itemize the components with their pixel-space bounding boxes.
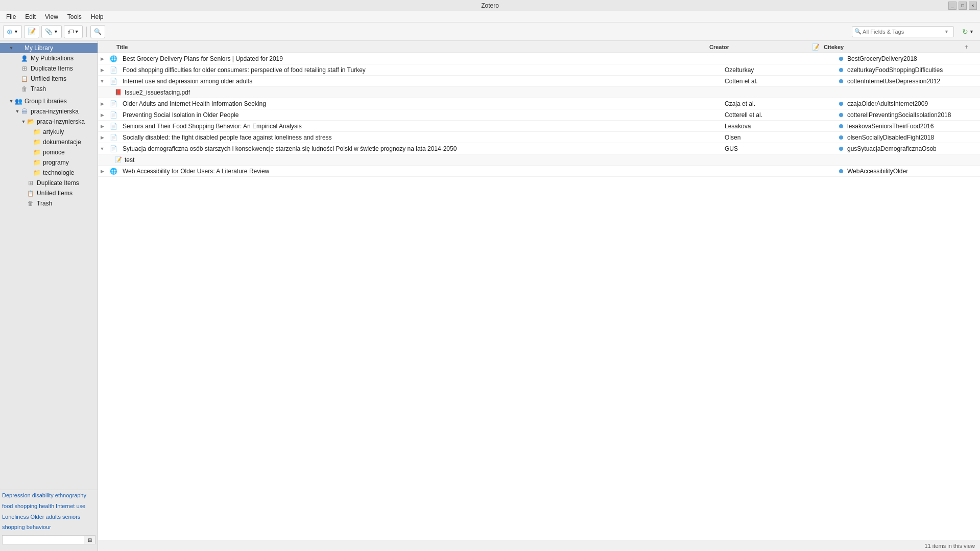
tag-older-adults[interactable]: Older adults: [31, 514, 61, 523]
sync-button[interactable]: ↻ ▼: [959, 26, 977, 38]
row-expand-icon[interactable]: ▶: [98, 67, 106, 73]
dot-icon: [839, 169, 843, 173]
item-title: Web Accessibility for Older Users: A Lit…: [121, 168, 723, 175]
note-icon: 📝: [812, 43, 820, 51]
collapse-arrow-icon: ▼: [8, 45, 14, 51]
table-row[interactable]: ▶ 🌐 Best Grocery Delivery Plans for Seni…: [98, 53, 980, 64]
tag-shopping-behaviour[interactable]: shopping behaviour: [2, 524, 51, 533]
folder-icon: 📁: [33, 128, 41, 136]
table-row[interactable]: ▶ 📄 Food shopping difficulties for older…: [98, 64, 980, 76]
sidebar-item-trash[interactable]: 🗑 Trash: [0, 84, 98, 94]
table-row[interactable]: ▶ 📄 Seniors and Their Food Shopping Beha…: [98, 121, 980, 132]
sidebar-item-group-libraries[interactable]: ▼ 👥 Group Libraries: [0, 96, 98, 106]
sidebar-item-unfiled-items[interactable]: 📋 Unfiled Items: [0, 74, 98, 84]
sidebar-item-dokumentacje[interactable]: 📁 dokumentacje: [0, 137, 98, 147]
row-expand-icon[interactable]: ▶: [98, 56, 106, 61]
tags-search-input[interactable]: [2, 535, 84, 544]
creator-column-header[interactable]: Creator: [707, 44, 809, 50]
sidebar-item-duplicate-items-group[interactable]: ⊞ Duplicate Items: [0, 178, 98, 188]
sidebar-item-pomoce[interactable]: 📁 pomoce: [0, 147, 98, 157]
tag-seniors[interactable]: seniors: [62, 514, 80, 523]
tag-disability[interactable]: disability: [32, 492, 54, 501]
title-column-header[interactable]: Title: [114, 44, 707, 50]
sidebar-item-label: Group Libraries: [25, 98, 67, 105]
item-type-icon: 📄: [106, 100, 121, 107]
chevron-right-icon: ▶: [101, 101, 104, 106]
citekey-dot: [837, 57, 845, 61]
sidebar-item-artykuly[interactable]: 📁 artykuly: [0, 127, 98, 137]
row-expand-icon[interactable]: ▶: [98, 124, 106, 129]
tag-depression[interactable]: Depression: [2, 492, 31, 501]
extra-col-header[interactable]: +: [965, 43, 980, 51]
spacer-icon: [14, 76, 20, 82]
locate-button[interactable]: 🔍: [90, 25, 105, 38]
table-row[interactable]: ▼ 📄 Sytuacja demograficzna osób starszyc…: [98, 143, 980, 154]
folder-open-icon: 📂: [27, 118, 35, 126]
row-expand-icon[interactable]: ▶: [98, 169, 106, 174]
sidebar-item-programy[interactable]: 📁 programy: [0, 157, 98, 168]
library-icon: 🏛: [14, 44, 22, 52]
item-title: Seniors and Their Food Shopping Behavior…: [121, 123, 723, 130]
search-input[interactable]: [863, 29, 944, 35]
table-row[interactable]: ▶ 🌐 Web Accessibility for Older Users: A…: [98, 166, 980, 177]
sidebar-item-praca-inzynierska-sub[interactable]: ▼ 📂 praca-inzynierska: [0, 117, 98, 127]
sidebar-item-duplicate-items[interactable]: ⊞ Duplicate Items: [0, 63, 98, 74]
tags-search-button[interactable]: ⊞: [84, 535, 95, 544]
citekey-dot: [837, 102, 845, 106]
tag-food-shopping[interactable]: food shopping: [2, 503, 37, 512]
minimize-button[interactable]: _: [948, 2, 957, 10]
tag-button[interactable]: 🏷 ▼: [64, 25, 83, 38]
menu-tools[interactable]: Tools: [63, 12, 86, 21]
row-expand-icon[interactable]: ▶: [98, 112, 106, 118]
library-icon: 🏛: [20, 107, 29, 116]
maximize-button[interactable]: □: [959, 2, 967, 10]
row-expand-icon[interactable]: ▼: [98, 146, 106, 151]
sidebar-item-praca-inzynierska-root[interactable]: ▼ 🏛 praca-inzynierska: [0, 106, 98, 117]
sidebar-item-technologie[interactable]: 📁 technologie: [0, 168, 98, 178]
new-note-button[interactable]: 📝: [24, 25, 39, 38]
table-row[interactable]: ▶ 📄 Older Adults and Internet Health Inf…: [98, 98, 980, 109]
spacer-icon: [14, 55, 20, 61]
table-row-child[interactable]: 📕 Issue2_issuesfacing.pdf: [98, 87, 980, 98]
table-body: ▶ 🌐 Best Grocery Delivery Plans for Seni…: [98, 53, 980, 540]
trash-icon: 🗑: [27, 199, 35, 208]
tag-internet-use[interactable]: Internet use: [56, 503, 85, 512]
spacer-icon: [27, 159, 33, 166]
citekey-column-header[interactable]: Citekey: [822, 44, 965, 50]
sidebar-item-label: artykuly: [43, 128, 64, 135]
close-button[interactable]: ×: [969, 2, 977, 10]
row-expand-icon[interactable]: ▶: [98, 135, 106, 140]
table-row[interactable]: ▶ 📄 Socially disabled: the fight disable…: [98, 132, 980, 143]
table-row[interactable]: ▶ 📄 Preventing Social Isolation in Older…: [98, 109, 980, 121]
window-controls[interactable]: _ □ ×: [948, 2, 977, 10]
attach-button[interactable]: 📎 ▼: [41, 25, 62, 38]
sidebar-item-label: My Publications: [31, 55, 74, 62]
sidebar-item-unfiled-items-group[interactable]: 📋 Unfiled Items: [0, 188, 98, 198]
sidebar-item-my-library[interactable]: ▼ 🏛 My Library: [0, 43, 98, 53]
article-icon: 📄: [110, 123, 117, 130]
row-expand-icon[interactable]: ▶: [98, 101, 106, 106]
item-citekey: czajaOlderAdultsInternet2009: [845, 100, 980, 107]
menu-view[interactable]: View: [41, 12, 62, 21]
spacer-icon: [14, 65, 20, 72]
unfiled-icon: 📋: [27, 189, 35, 197]
folder-icon: 📁: [33, 169, 41, 177]
item-type-icon: 📄: [106, 66, 121, 74]
webpage-icon: 🌐: [110, 168, 117, 175]
menu-help[interactable]: Help: [87, 12, 108, 21]
new-item-button[interactable]: ⊕ ▼: [3, 25, 22, 38]
table-row[interactable]: ▼ 📄 Internet use and depression among ol…: [98, 76, 980, 87]
table-row-child[interactable]: 📝 test: [98, 154, 980, 166]
search-box[interactable]: 🔍 ▼: [852, 26, 954, 37]
tag-ethnography[interactable]: ethnography: [55, 492, 86, 501]
citekey-label: Citekey: [824, 44, 844, 50]
sidebar-item-my-publications[interactable]: 👤 My Publications: [0, 53, 98, 63]
menu-edit[interactable]: Edit: [21, 12, 40, 21]
webpage-icon: 🌐: [110, 55, 117, 62]
tag-health[interactable]: health: [39, 503, 54, 512]
tag-loneliness[interactable]: Loneliness: [2, 514, 29, 523]
row-expand-icon[interactable]: ▼: [98, 79, 106, 84]
sidebar-item-trash-group[interactable]: 🗑 Trash: [0, 198, 98, 209]
menu-file[interactable]: File: [2, 12, 20, 21]
creator-label: Creator: [709, 44, 729, 50]
